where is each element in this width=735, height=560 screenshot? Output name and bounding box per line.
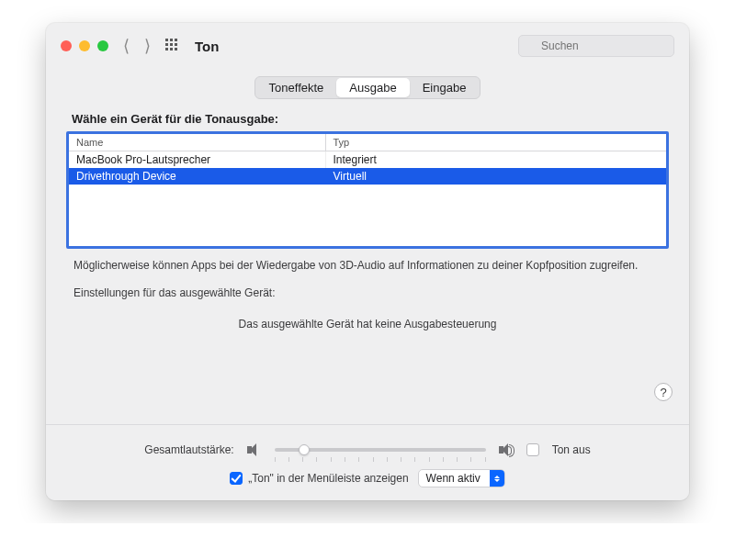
- segmented-control: Toneffekte Ausgabe Eingabe: [254, 76, 481, 99]
- select-value: Wenn aktiv: [419, 472, 488, 485]
- bottom-panel: Gesamtlautstärke: Ton aus „Ton" in der M…: [46, 424, 689, 500]
- titlebar: ⟨ ⟩ Ton: [46, 23, 689, 69]
- zoom-window-button[interactable]: [97, 40, 108, 51]
- sound-preferences-window: ⟨ ⟩ Ton Toneffekte Ausgabe Eingabe Wähle…: [46, 23, 689, 500]
- output-section-label: Wähle ein Gerät für die Tonausgabe:: [72, 112, 663, 126]
- device-name: Drivethrough Device: [69, 168, 326, 185]
- speaker-high-icon: [499, 443, 514, 456]
- page-title: Ton: [195, 39, 219, 54]
- table-row[interactable]: Drivethrough Device Virtuell: [69, 168, 666, 185]
- menubar-row: „Ton" in der Menüleiste anzeigen Wenn ak…: [66, 469, 669, 487]
- search-input[interactable]: [518, 35, 674, 57]
- table-row[interactable]: MacBook Pro-Lautsprecher Integriert: [69, 151, 666, 168]
- settings-label: Einstellungen für das ausgewählte Gerät:: [74, 286, 662, 299]
- menubar-checkbox-label: „Ton" in der Menüleiste anzeigen: [248, 472, 408, 485]
- forward-button[interactable]: ⟩: [144, 36, 151, 56]
- traffic-lights: [61, 40, 108, 51]
- no-controls-message: Das ausgewählte Gerät hat keine Ausgabes…: [66, 318, 669, 330]
- device-type: Virtuell: [326, 168, 667, 185]
- back-button[interactable]: ⟨: [123, 36, 130, 56]
- speaker-low-icon: [247, 443, 262, 456]
- content-area: Wähle ein Gerät für die Tonausgabe: Name…: [46, 112, 689, 424]
- help-button[interactable]: ?: [654, 383, 673, 401]
- slider-knob[interactable]: [299, 444, 310, 455]
- show-in-menubar[interactable]: „Ton" in der Menüleiste anzeigen: [230, 472, 408, 485]
- column-header-type[interactable]: Typ: [326, 134, 667, 151]
- tab-output[interactable]: Ausgabe: [336, 78, 409, 97]
- show-all-icon[interactable]: [165, 39, 180, 53]
- mute-checkbox[interactable]: [526, 443, 539, 456]
- close-window-button[interactable]: [61, 40, 72, 51]
- device-name: MacBook Pro-Lautsprecher: [69, 151, 326, 168]
- table-header: Name Typ: [69, 134, 666, 151]
- column-header-name[interactable]: Name: [69, 134, 326, 151]
- volume-label: Gesamtlautstärke:: [144, 443, 233, 456]
- menubar-mode-select[interactable]: Wenn aktiv: [418, 469, 505, 487]
- mute-label: Ton aus: [552, 443, 591, 456]
- device-type: Integriert: [326, 151, 667, 168]
- search-wrap: [518, 35, 674, 57]
- info-text: Möglicherweise können Apps bei der Wiede…: [74, 258, 662, 274]
- nav-arrows: ⟨ ⟩: [123, 36, 151, 56]
- volume-slider[interactable]: [275, 442, 486, 458]
- select-stepper-icon: [490, 470, 504, 487]
- tab-bar: Toneffekte Ausgabe Eingabe: [46, 69, 689, 112]
- minimize-window-button[interactable]: [79, 40, 90, 51]
- menubar-checkbox[interactable]: [230, 472, 243, 485]
- volume-row: Gesamtlautstärke: Ton aus: [66, 442, 669, 458]
- output-device-table: Name Typ MacBook Pro-Lautsprecher Integr…: [66, 131, 669, 249]
- tab-sound-effects[interactable]: Toneffekte: [256, 78, 337, 97]
- tab-input[interactable]: Eingabe: [410, 78, 480, 97]
